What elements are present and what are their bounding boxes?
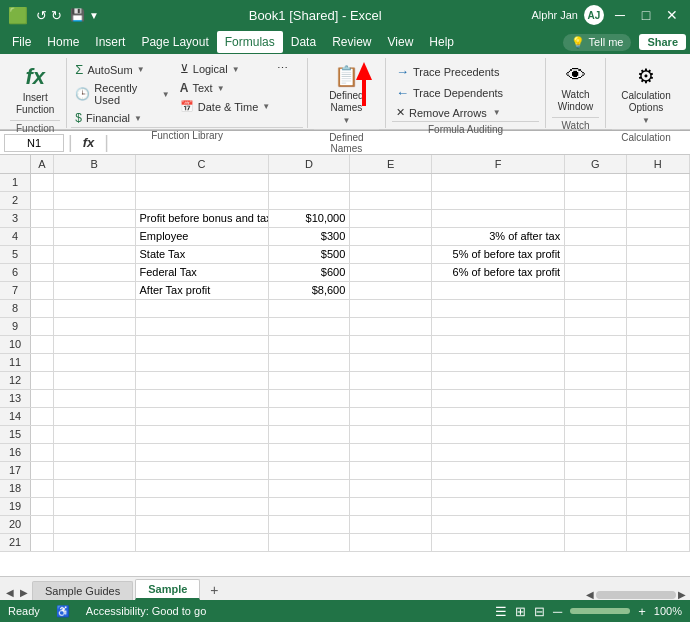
cell-E13[interactable] bbox=[350, 389, 432, 407]
remove-arrows-button[interactable]: ✕ Remove Arrows ▼ bbox=[392, 104, 539, 121]
cell-D18[interactable] bbox=[268, 479, 350, 497]
row-num-9[interactable]: 9 bbox=[0, 317, 31, 335]
row-num-11[interactable]: 11 bbox=[0, 353, 31, 371]
cell-E6[interactable] bbox=[350, 263, 432, 281]
add-sheet-button[interactable]: + bbox=[202, 580, 226, 600]
zoom-slider[interactable] bbox=[570, 608, 630, 614]
scroll-right-icon[interactable]: ▶ bbox=[678, 589, 686, 600]
col-header-C[interactable]: C bbox=[135, 155, 268, 173]
cell-D9[interactable] bbox=[268, 317, 350, 335]
cell-G4[interactable] bbox=[565, 227, 626, 245]
cell-B2[interactable] bbox=[53, 191, 135, 209]
cell-A16[interactable] bbox=[31, 443, 54, 461]
cell-C15[interactable] bbox=[135, 425, 268, 443]
col-header-E[interactable]: E bbox=[350, 155, 432, 173]
menu-home[interactable]: Home bbox=[39, 31, 87, 53]
row-num-12[interactable]: 12 bbox=[0, 371, 31, 389]
horizontal-scrollbar[interactable]: ◀ ▶ bbox=[586, 589, 686, 600]
cell-A20[interactable] bbox=[31, 515, 54, 533]
menu-insert[interactable]: Insert bbox=[87, 31, 133, 53]
col-header-F[interactable]: F bbox=[432, 155, 565, 173]
minimize-button[interactable]: ─ bbox=[610, 5, 630, 25]
cell-F13[interactable] bbox=[432, 389, 565, 407]
row-num-18[interactable]: 18 bbox=[0, 479, 31, 497]
cell-H21[interactable] bbox=[626, 533, 689, 551]
row-num-16[interactable]: 16 bbox=[0, 443, 31, 461]
view-layout-icon[interactable]: ⊞ bbox=[515, 604, 526, 619]
cell-H15[interactable] bbox=[626, 425, 689, 443]
cell-A1[interactable] bbox=[31, 173, 54, 191]
cell-G3[interactable] bbox=[565, 209, 626, 227]
cell-H17[interactable] bbox=[626, 461, 689, 479]
row-num-7[interactable]: 7 bbox=[0, 281, 31, 299]
cell-B12[interactable] bbox=[53, 371, 135, 389]
cell-B9[interactable] bbox=[53, 317, 135, 335]
cell-B13[interactable] bbox=[53, 389, 135, 407]
cell-A18[interactable] bbox=[31, 479, 54, 497]
zoom-in-icon[interactable]: + bbox=[638, 604, 646, 619]
cell-H4[interactable] bbox=[626, 227, 689, 245]
menu-formulas[interactable]: Formulas bbox=[217, 31, 283, 53]
cell-H16[interactable] bbox=[626, 443, 689, 461]
row-num-10[interactable]: 10 bbox=[0, 335, 31, 353]
cell-C9[interactable] bbox=[135, 317, 268, 335]
cell-C2[interactable] bbox=[135, 191, 268, 209]
cell-E9[interactable] bbox=[350, 317, 432, 335]
menu-view[interactable]: View bbox=[380, 31, 422, 53]
cell-D6[interactable]: $600 bbox=[268, 263, 350, 281]
cell-D13[interactable] bbox=[268, 389, 350, 407]
row-num-19[interactable]: 19 bbox=[0, 497, 31, 515]
date-time-button[interactable]: 📅 Date & Time ▼ bbox=[176, 98, 276, 115]
cell-C11[interactable] bbox=[135, 353, 268, 371]
scroll-left-icon[interactable]: ◀ bbox=[586, 589, 594, 600]
cell-F18[interactable] bbox=[432, 479, 565, 497]
close-button[interactable]: ✕ bbox=[662, 5, 682, 25]
share-button[interactable]: Share bbox=[639, 34, 686, 50]
cell-D4[interactable]: $300 bbox=[268, 227, 350, 245]
row-num-2[interactable]: 2 bbox=[0, 191, 31, 209]
cell-C7[interactable]: After Tax profit bbox=[135, 281, 268, 299]
cell-H9[interactable] bbox=[626, 317, 689, 335]
cell-H12[interactable] bbox=[626, 371, 689, 389]
cell-D14[interactable] bbox=[268, 407, 350, 425]
cell-D10[interactable] bbox=[268, 335, 350, 353]
row-num-14[interactable]: 14 bbox=[0, 407, 31, 425]
row-num-20[interactable]: 20 bbox=[0, 515, 31, 533]
cell-H1[interactable] bbox=[626, 173, 689, 191]
cell-E19[interactable] bbox=[350, 497, 432, 515]
cell-C3[interactable]: Profit before bonus and tax bbox=[135, 209, 268, 227]
cell-B16[interactable] bbox=[53, 443, 135, 461]
col-header-B[interactable]: B bbox=[53, 155, 135, 173]
cell-H19[interactable] bbox=[626, 497, 689, 515]
menu-help[interactable]: Help bbox=[421, 31, 462, 53]
cell-C20[interactable] bbox=[135, 515, 268, 533]
cell-A8[interactable] bbox=[31, 299, 54, 317]
cell-B1[interactable] bbox=[53, 173, 135, 191]
text-button[interactable]: A Text ▼ bbox=[176, 79, 276, 97]
cell-C4[interactable]: Employee bbox=[135, 227, 268, 245]
cell-F11[interactable] bbox=[432, 353, 565, 371]
cell-F1[interactable] bbox=[432, 173, 565, 191]
recently-used-button[interactable]: 🕒 Recently Used ▼ bbox=[71, 80, 173, 108]
cell-F5[interactable]: 5% of before tax profit bbox=[432, 245, 565, 263]
cell-B10[interactable] bbox=[53, 335, 135, 353]
cell-E7[interactable] bbox=[350, 281, 432, 299]
cell-A21[interactable] bbox=[31, 533, 54, 551]
cell-D7[interactable]: $8,600 bbox=[268, 281, 350, 299]
cell-G2[interactable] bbox=[565, 191, 626, 209]
cell-B14[interactable] bbox=[53, 407, 135, 425]
cell-G10[interactable] bbox=[565, 335, 626, 353]
tab-scroll-right[interactable]: ▶ bbox=[18, 585, 30, 600]
cell-F20[interactable] bbox=[432, 515, 565, 533]
cell-B11[interactable] bbox=[53, 353, 135, 371]
cell-D19[interactable] bbox=[268, 497, 350, 515]
trace-dependents-button[interactable]: ← Trace Dependents bbox=[392, 83, 539, 102]
cell-F3[interactable] bbox=[432, 209, 565, 227]
cell-D12[interactable] bbox=[268, 371, 350, 389]
cell-H7[interactable] bbox=[626, 281, 689, 299]
cell-H3[interactable] bbox=[626, 209, 689, 227]
more-functions-button[interactable]: ⋯ bbox=[273, 60, 303, 77]
cell-D16[interactable] bbox=[268, 443, 350, 461]
menu-review[interactable]: Review bbox=[324, 31, 379, 53]
sheet-tab-sample[interactable]: Sample bbox=[135, 579, 200, 600]
